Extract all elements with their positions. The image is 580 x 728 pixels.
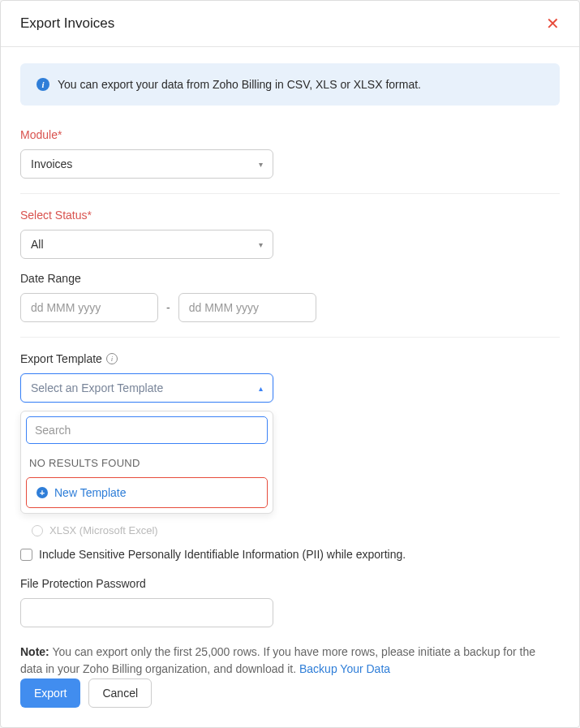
pii-checkbox[interactable] xyxy=(20,549,32,561)
radio-icon xyxy=(32,525,43,536)
note-prefix: Note: xyxy=(20,645,49,658)
module-section: Module* Invoices ▾ xyxy=(20,128,560,194)
xlsx-radio-option[interactable]: XLSX (Microsoft Excel) xyxy=(32,524,560,536)
pii-checkbox-label: Include Sensitive Personally Identifiabl… xyxy=(39,548,406,561)
date-range-label: Date Range xyxy=(20,272,560,285)
export-modal: Export Invoices ✕ i You can export your … xyxy=(0,0,580,728)
info-icon: i xyxy=(37,78,49,91)
note-body: You can export only the first 25,000 row… xyxy=(20,645,535,675)
status-section: Select Status* All ▾ Date Range - xyxy=(20,209,560,338)
info-banner: i You can export your data from Zoho Bil… xyxy=(20,63,560,106)
modal-footer: Export Cancel xyxy=(1,678,579,727)
chevron-down-icon: ▾ xyxy=(259,240,263,249)
info-circle-icon[interactable]: i xyxy=(106,353,118,364)
xlsx-radio-label: XLSX (Microsoft Excel) xyxy=(49,524,158,536)
date-to-input[interactable] xyxy=(178,293,316,322)
status-select[interactable]: All ▾ xyxy=(20,230,273,259)
template-dropdown: NO RESULTS FOUND + New Template xyxy=(20,411,273,514)
date-from-input[interactable] xyxy=(20,293,158,322)
backup-link[interactable]: Backup Your Data xyxy=(299,662,390,675)
info-banner-text: You can export your data from Zoho Billi… xyxy=(58,78,421,91)
module-select[interactable]: Invoices ▾ xyxy=(20,149,273,179)
template-label-row: Export Template i xyxy=(20,352,560,365)
status-value: All xyxy=(31,238,44,251)
modal-header: Export Invoices ✕ xyxy=(1,1,579,47)
close-icon: ✕ xyxy=(546,15,560,32)
template-placeholder: Select an Export Template xyxy=(31,381,163,394)
new-template-button[interactable]: + New Template xyxy=(26,477,268,508)
export-button[interactable]: Export xyxy=(20,678,80,708)
module-value: Invoices xyxy=(31,157,72,170)
note-text: Note: You can export only the first 25,0… xyxy=(20,644,560,678)
close-button[interactable]: ✕ xyxy=(546,15,560,32)
no-results-text: NO RESULTS FOUND xyxy=(26,450,268,477)
template-label: Export Template xyxy=(20,352,102,365)
template-select[interactable]: Select an Export Template ▴ xyxy=(20,373,273,403)
date-range-row: - xyxy=(20,293,560,322)
cancel-button[interactable]: Cancel xyxy=(88,678,152,708)
status-label: Select Status* xyxy=(20,209,560,222)
pii-checkbox-row: Include Sensitive Personally Identifiabl… xyxy=(20,548,560,561)
template-search-input[interactable] xyxy=(26,416,268,444)
module-label: Module* xyxy=(20,128,560,141)
password-input[interactable] xyxy=(20,598,273,627)
modal-body: i You can export your data from Zoho Bil… xyxy=(1,47,579,678)
chevron-up-icon: ▴ xyxy=(259,384,263,393)
new-template-label: New Template xyxy=(54,486,126,499)
modal-title: Export Invoices xyxy=(20,15,114,32)
plus-icon: + xyxy=(37,487,48,498)
password-label: File Protection Password xyxy=(20,577,560,590)
template-section: Export Template i Select an Export Templ… xyxy=(20,352,560,403)
date-separator: - xyxy=(166,301,170,314)
chevron-down-icon: ▾ xyxy=(259,160,263,169)
